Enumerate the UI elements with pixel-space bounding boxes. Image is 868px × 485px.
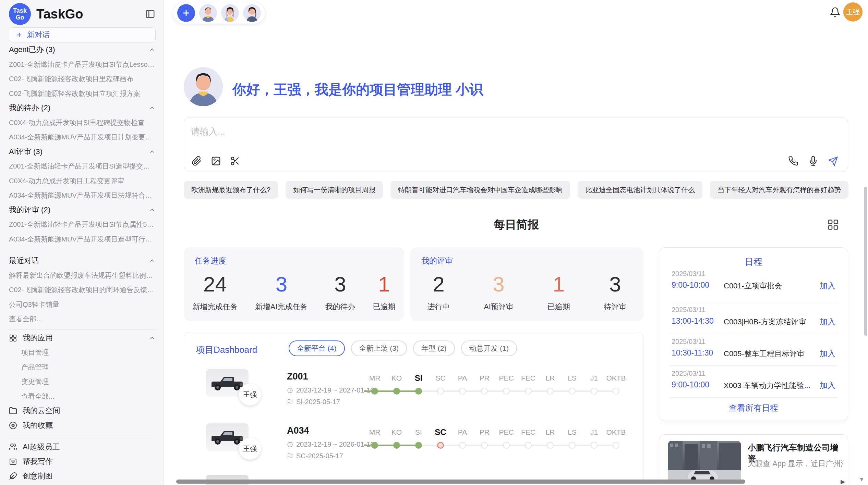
- agent-avatar[interactable]: [199, 4, 217, 22]
- stat-pending-review: 3 待评审: [604, 272, 627, 312]
- tab-new-body[interactable]: 全新上装 (3): [351, 340, 407, 356]
- schedule-date: 2025/03/11: [672, 370, 706, 377]
- sidebar-item[interactable]: Z001-全新燃油轻卡产品开发项目SI造型提交物评审: [9, 159, 156, 174]
- sidebar-item-ai-employee[interactable]: AI超级员工: [9, 440, 156, 455]
- section-my-todo[interactable]: 我的待办 (2): [9, 101, 156, 115]
- sidebar-item-creative-draw[interactable]: 创意制图: [9, 469, 156, 484]
- suggestion-chip[interactable]: 比亚迪全固态电池计划具体说了什么: [578, 181, 702, 199]
- app-logo: Task Go: [9, 3, 31, 25]
- suggestion-chip[interactable]: 欧洲新规最近颁布了什么?: [184, 181, 278, 199]
- sidebar-item[interactable]: A034-全新新能源MUV产品开发项目法规符合性评审: [9, 188, 156, 203]
- join-link[interactable]: 加入: [820, 380, 835, 391]
- clock-icon: [287, 442, 293, 448]
- milestone-dot: [459, 442, 466, 449]
- scissors-icon[interactable]: [230, 156, 240, 166]
- schedule-time: 9:00-10:00: [672, 281, 709, 290]
- milestone-dot: [415, 388, 422, 395]
- project-name: Z001: [287, 371, 308, 382]
- agent-avatar[interactable]: [221, 4, 239, 22]
- tab-powertrain[interactable]: 动总开发 (1): [461, 340, 517, 356]
- sidebar-item[interactable]: Z001-全新燃油轻卡产品开发项目SI节点属性5D文件评审: [9, 217, 156, 232]
- milestone-label: PEC: [495, 427, 517, 437]
- news-image: [668, 441, 741, 483]
- sidebar-item[interactable]: A034-全新新能源MUV产品开发项目造型可行性评审: [9, 232, 156, 247]
- milestone-label: PA: [451, 427, 473, 437]
- sidebar-item[interactable]: A034-全新新能源MUV产品开发项目计划变更表编写: [9, 130, 156, 145]
- project-row[interactable]: 王强 Z001 2023-12-19 ~ 2027-01-19 SI-2025-…: [184, 366, 643, 419]
- sidebar-header: Task Go TaskGo: [9, 3, 156, 25]
- sidebar-item-project-mgmt[interactable]: 项目管理: [9, 345, 156, 360]
- new-chat-button[interactable]: 新对话: [9, 27, 156, 42]
- section-recent-chats[interactable]: 最近对话: [9, 253, 156, 268]
- section-label: 最近对话: [9, 256, 39, 266]
- milestone-dot-overdue: [437, 442, 444, 449]
- feather-pen-icon: [9, 472, 17, 480]
- sidebar-item-help-write[interactable]: 帮我写作: [9, 455, 156, 469]
- suggestion-chip[interactable]: 特朗普可能对进口汽车增税会对中国车企造成哪些影响: [390, 181, 570, 199]
- sidebar-item-apps-view-all[interactable]: 查看全部...: [9, 389, 156, 404]
- vertical-scrollbar[interactable]: [864, 187, 867, 336]
- sidebar-item-my-apps[interactable]: 我的应用: [9, 331, 156, 346]
- milestone-dot: [547, 388, 554, 395]
- milestone-dot: [415, 442, 422, 449]
- flag-icon: [287, 453, 293, 459]
- my-review-card: 我的评审 2 进行中 3 AI预评审 1 已逾期 3 待评审: [410, 247, 643, 321]
- sidebar-item-product-mgmt[interactable]: 产品管理: [9, 360, 156, 375]
- view-all-schedule-link[interactable]: 查看所有日程: [659, 402, 848, 413]
- notification-bell-icon[interactable]: [830, 7, 841, 18]
- add-agent-button[interactable]: [177, 4, 195, 22]
- scroll-down-arrow-icon[interactable]: ▼: [859, 476, 865, 483]
- project-row[interactable]: 王强 A034 2023-12-19 ~ 2026-01-19 SC-2025-…: [184, 421, 643, 473]
- schedule-date: 2025/03/11: [672, 338, 706, 346]
- app-window: Task Go TaskGo 新对话 Agent已办 (3) Z001-全新燃油…: [0, 0, 868, 485]
- schedule-date: 2025/03/11: [672, 270, 706, 278]
- task-progress-card: 任务进度 24 新增完成任务 3 新增AI完成任务 3 我的待办 1 已逾期: [184, 247, 404, 321]
- sidebar-item-view-all[interactable]: 查看全部...: [9, 312, 156, 326]
- agent-avatar[interactable]: [243, 4, 261, 22]
- join-link[interactable]: 加入: [820, 348, 835, 359]
- join-link[interactable]: 加入: [820, 316, 835, 327]
- sidebar-item[interactable]: C0X4-动力总成开发项目SI里程碑提交物检查: [9, 115, 156, 130]
- suggestion-chip[interactable]: 如何写一份清晰的项目周报: [286, 181, 383, 199]
- layout-grid-icon[interactable]: [827, 219, 839, 231]
- sidebar-item-favorites[interactable]: 我的收藏: [9, 418, 156, 433]
- microphone-icon[interactable]: [808, 156, 818, 166]
- sidebar-collapse-icon[interactable]: [145, 9, 156, 20]
- folder-icon: [9, 407, 17, 415]
- section-my-review[interactable]: 我的评审 (2): [9, 203, 156, 217]
- sidebar-item[interactable]: C02-飞腾新能源轻客改款项目的闭环通告反馈情况: [9, 283, 156, 297]
- sidebar-item[interactable]: 公司Q3轻卡销量: [9, 297, 156, 312]
- scroll-right-arrow-icon[interactable]: ▶: [841, 478, 845, 485]
- milestone-label: PA: [451, 373, 473, 383]
- schedule-separator: [670, 302, 837, 302]
- tab-year-model[interactable]: 年型 (2): [413, 340, 455, 356]
- join-link[interactable]: 加入: [820, 281, 835, 291]
- tab-new-platform[interactable]: 全新平台 (4): [289, 340, 345, 356]
- sidebar-item-cloud-space[interactable]: 我的云空间: [9, 403, 156, 418]
- user-name: 王强: [846, 8, 860, 17]
- user-avatar[interactable]: 王强: [843, 2, 863, 22]
- sidebar-item[interactable]: 解释最新出台的欧盟报废车法规再生塑料比例被调至15%...: [9, 268, 156, 283]
- sidebar-item-change-mgmt[interactable]: 变更管理: [9, 374, 156, 389]
- milestone-dot: [613, 442, 619, 449]
- my-apps-label: 我的应用: [23, 333, 143, 343]
- milestone-label: PR: [473, 427, 495, 437]
- plus-icon: [181, 8, 191, 18]
- stat-new-ai-completed: 3 新增AI完成任务: [255, 272, 308, 312]
- sidebar-item[interactable]: C02-飞腾新能源轻客改款项目立项汇报方案: [9, 86, 156, 101]
- news-card[interactable]: 小鹏飞行汽车制造公司增资 天眼查 App 显示，近日广州汇天飞行汽...: [659, 434, 848, 485]
- chat-input[interactable]: [191, 124, 602, 139]
- send-icon[interactable]: [828, 156, 838, 166]
- suggestion-chip[interactable]: 当下年轻人对汽车外观有怎样的喜好趋势: [710, 181, 848, 199]
- horizontal-scrollbar[interactable]: [176, 480, 745, 484]
- section-ai-review[interactable]: AI评审 (3): [9, 145, 156, 159]
- schedule-time: 13:00-14:30: [672, 316, 714, 326]
- attachment-icon[interactable]: [192, 156, 202, 166]
- section-agent-done[interactable]: Agent已办 (3): [9, 42, 156, 57]
- voice-call-icon[interactable]: [788, 156, 798, 166]
- image-upload-icon[interactable]: [211, 156, 221, 166]
- milestone-dot: [481, 442, 488, 449]
- sidebar-item[interactable]: Z001-全新燃油皮卡产品开发项目SI节点Lesson Learn报告: [9, 57, 156, 72]
- sidebar-item[interactable]: C02-飞腾新能源轻客改款项目里程碑画布: [9, 72, 156, 86]
- sidebar-item[interactable]: C0X4-动力总成开发项目工程变更评审: [9, 174, 156, 188]
